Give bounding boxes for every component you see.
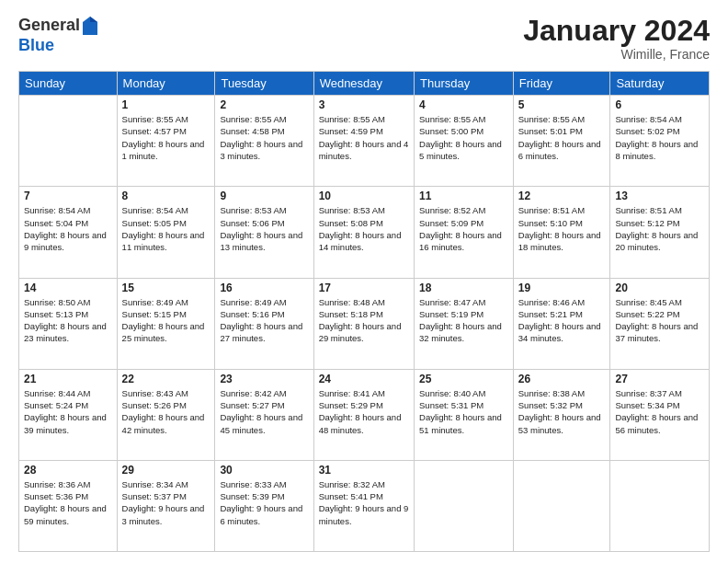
col-friday: Friday	[513, 72, 610, 96]
calendar-cell: 20Sunrise: 8:45 AMSunset: 5:22 PMDayligh…	[610, 278, 710, 369]
calendar-cell: 22Sunrise: 8:43 AMSunset: 5:26 PMDayligh…	[117, 369, 215, 460]
day-number: 11	[419, 190, 508, 202]
col-sunday: Sunday	[19, 72, 118, 96]
calendar-cell: 3Sunrise: 8:55 AMSunset: 4:59 PMDaylight…	[313, 96, 414, 187]
day-number: 1	[122, 98, 210, 111]
day-info: Sunrise: 8:40 AMSunset: 5:31 PMDaylight:…	[419, 387, 508, 436]
day-info: Sunrise: 8:51 AMSunset: 5:12 PMDaylight:…	[615, 204, 704, 253]
day-number: 15	[122, 282, 210, 294]
day-info: Sunrise: 8:41 AMSunset: 5:29 PMDaylight:…	[319, 387, 409, 436]
calendar-cell: 4Sunrise: 8:55 AMSunset: 5:00 PMDaylight…	[415, 96, 514, 187]
day-number: 5	[518, 98, 606, 111]
calendar-week-3: 21Sunrise: 8:44 AMSunset: 5:24 PMDayligh…	[19, 369, 710, 460]
day-number: 12	[518, 190, 606, 202]
day-info: Sunrise: 8:36 AMSunset: 5:36 PMDaylight:…	[24, 478, 112, 527]
day-number: 7	[24, 190, 112, 202]
calendar-cell: 27Sunrise: 8:37 AMSunset: 5:34 PMDayligh…	[610, 369, 710, 460]
logo: General Blue	[18, 15, 100, 55]
calendar-cell: 18Sunrise: 8:47 AMSunset: 5:19 PMDayligh…	[415, 278, 514, 369]
calendar-cell: 11Sunrise: 8:52 AMSunset: 5:09 PMDayligh…	[415, 187, 514, 278]
calendar-cell: 9Sunrise: 8:53 AMSunset: 5:06 PMDaylight…	[215, 187, 313, 278]
calendar-cell: 17Sunrise: 8:48 AMSunset: 5:18 PMDayligh…	[313, 278, 414, 369]
day-info: Sunrise: 8:46 AMSunset: 5:21 PMDaylight:…	[518, 296, 606, 345]
calendar-cell: 6Sunrise: 8:54 AMSunset: 5:02 PMDaylight…	[610, 96, 710, 187]
day-number: 21	[24, 373, 112, 385]
col-thursday: Thursday	[415, 72, 514, 96]
day-info: Sunrise: 8:50 AMSunset: 5:13 PMDaylight:…	[24, 296, 112, 345]
col-saturday: Saturday	[610, 72, 710, 96]
day-number: 24	[319, 373, 409, 385]
day-number: 19	[518, 282, 606, 294]
calendar-cell: 21Sunrise: 8:44 AMSunset: 5:24 PMDayligh…	[19, 369, 118, 460]
logo-text: General	[18, 15, 100, 37]
day-info: Sunrise: 8:45 AMSunset: 5:22 PMDaylight:…	[615, 296, 704, 345]
day-number: 30	[220, 464, 308, 477]
calendar-cell: 15Sunrise: 8:49 AMSunset: 5:15 PMDayligh…	[117, 278, 215, 369]
location: Wimille, France	[523, 47, 710, 62]
calendar-cell: 10Sunrise: 8:53 AMSunset: 5:08 PMDayligh…	[313, 187, 414, 278]
calendar-cell: 29Sunrise: 8:34 AMSunset: 5:37 PMDayligh…	[117, 460, 215, 551]
day-number: 26	[518, 373, 606, 385]
calendar-header-row: Sunday Monday Tuesday Wednesday Thursday…	[19, 72, 710, 96]
calendar-cell: 16Sunrise: 8:49 AMSunset: 5:16 PMDayligh…	[215, 278, 313, 369]
month-title: January 2024	[523, 15, 710, 47]
day-number: 25	[419, 373, 508, 385]
calendar-cell	[415, 460, 514, 551]
day-info: Sunrise: 8:54 AMSunset: 5:02 PMDaylight:…	[615, 113, 704, 162]
calendar-cell: 12Sunrise: 8:51 AMSunset: 5:10 PMDayligh…	[513, 187, 610, 278]
calendar-cell: 8Sunrise: 8:54 AMSunset: 5:05 PMDaylight…	[117, 187, 215, 278]
day-info: Sunrise: 8:53 AMSunset: 5:08 PMDaylight:…	[319, 204, 409, 253]
day-info: Sunrise: 8:47 AMSunset: 5:19 PMDaylight:…	[419, 296, 508, 345]
calendar-cell: 25Sunrise: 8:40 AMSunset: 5:31 PMDayligh…	[415, 369, 514, 460]
day-info: Sunrise: 8:54 AMSunset: 5:05 PMDaylight:…	[122, 204, 210, 253]
day-number: 3	[319, 98, 409, 111]
day-number: 4	[419, 98, 508, 111]
calendar-cell: 26Sunrise: 8:38 AMSunset: 5:32 PMDayligh…	[513, 369, 610, 460]
day-number: 14	[24, 282, 112, 294]
day-info: Sunrise: 8:55 AMSunset: 5:01 PMDaylight:…	[518, 113, 606, 162]
calendar-cell: 14Sunrise: 8:50 AMSunset: 5:13 PMDayligh…	[19, 278, 118, 369]
day-number: 27	[615, 373, 704, 385]
calendar-cell	[610, 460, 710, 551]
calendar-cell: 23Sunrise: 8:42 AMSunset: 5:27 PMDayligh…	[215, 369, 313, 460]
day-number: 29	[122, 464, 210, 477]
day-number: 31	[319, 464, 409, 477]
day-number: 23	[220, 373, 308, 385]
calendar-week-0: 1Sunrise: 8:55 AMSunset: 4:57 PMDaylight…	[19, 96, 710, 187]
calendar-cell: 24Sunrise: 8:41 AMSunset: 5:29 PMDayligh…	[313, 369, 414, 460]
day-info: Sunrise: 8:43 AMSunset: 5:26 PMDaylight:…	[122, 387, 210, 436]
day-number: 17	[319, 282, 409, 294]
calendar-cell: 28Sunrise: 8:36 AMSunset: 5:36 PMDayligh…	[19, 460, 118, 551]
logo-general: General	[18, 16, 80, 34]
day-number: 8	[122, 190, 210, 202]
calendar-cell	[19, 96, 118, 187]
logo-blue-text: Blue	[18, 37, 100, 55]
calendar-cell: 1Sunrise: 8:55 AMSunset: 4:57 PMDaylight…	[117, 96, 215, 187]
day-number: 16	[220, 282, 308, 294]
calendar-cell: 19Sunrise: 8:46 AMSunset: 5:21 PMDayligh…	[513, 278, 610, 369]
day-info: Sunrise: 8:33 AMSunset: 5:39 PMDaylight:…	[220, 478, 308, 527]
day-number: 6	[615, 98, 704, 111]
title-block: January 2024 Wimille, France	[523, 15, 710, 62]
col-monday: Monday	[117, 72, 215, 96]
calendar-cell: 31Sunrise: 8:32 AMSunset: 5:41 PMDayligh…	[313, 460, 414, 551]
day-info: Sunrise: 8:51 AMSunset: 5:10 PMDaylight:…	[518, 204, 606, 253]
col-tuesday: Tuesday	[215, 72, 313, 96]
day-info: Sunrise: 8:38 AMSunset: 5:32 PMDaylight:…	[518, 387, 606, 436]
day-info: Sunrise: 8:44 AMSunset: 5:24 PMDaylight:…	[24, 387, 112, 436]
day-info: Sunrise: 8:32 AMSunset: 5:41 PMDaylight:…	[319, 478, 409, 527]
day-number: 28	[24, 464, 112, 477]
day-info: Sunrise: 8:55 AMSunset: 4:58 PMDaylight:…	[220, 113, 308, 162]
day-number: 10	[319, 190, 409, 202]
calendar-cell: 5Sunrise: 8:55 AMSunset: 5:01 PMDaylight…	[513, 96, 610, 187]
day-info: Sunrise: 8:55 AMSunset: 4:59 PMDaylight:…	[319, 113, 409, 162]
day-info: Sunrise: 8:54 AMSunset: 5:04 PMDaylight:…	[24, 204, 112, 253]
svg-marker-1	[90, 17, 97, 22]
day-info: Sunrise: 8:55 AMSunset: 5:00 PMDaylight:…	[419, 113, 508, 162]
calendar-cell: 7Sunrise: 8:54 AMSunset: 5:04 PMDaylight…	[19, 187, 118, 278]
day-info: Sunrise: 8:49 AMSunset: 5:15 PMDaylight:…	[122, 296, 210, 345]
day-info: Sunrise: 8:42 AMSunset: 5:27 PMDaylight:…	[220, 387, 308, 436]
day-info: Sunrise: 8:53 AMSunset: 5:06 PMDaylight:…	[220, 204, 308, 253]
calendar-week-4: 28Sunrise: 8:36 AMSunset: 5:36 PMDayligh…	[19, 460, 710, 551]
day-info: Sunrise: 8:49 AMSunset: 5:16 PMDaylight:…	[220, 296, 308, 345]
